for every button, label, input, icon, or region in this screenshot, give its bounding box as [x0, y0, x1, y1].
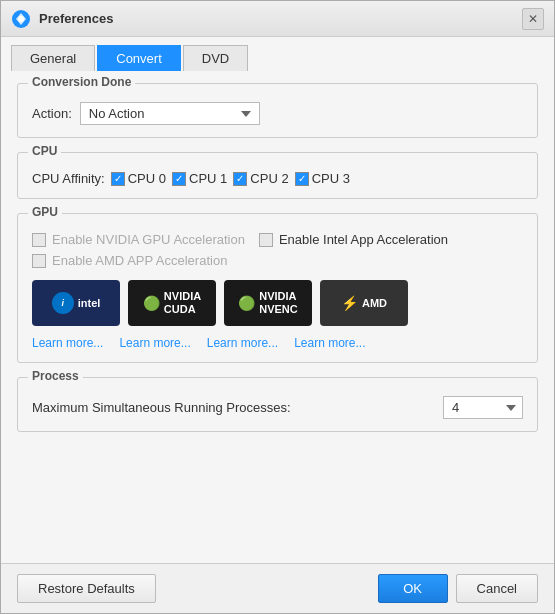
- cpu-3-checkbox[interactable]: ✓: [295, 172, 309, 186]
- cancel-button[interactable]: Cancel: [456, 574, 538, 603]
- intel-logo-icon: i: [52, 292, 74, 314]
- cuda-line1: NVIDIA: [164, 290, 201, 303]
- preferences-dialog: Preferences ✕ General Convert DVD Conver…: [0, 0, 555, 614]
- amd-logo-icon: ⚡: [341, 295, 358, 311]
- gpu-logos: i intel 🟢 NVIDIA CUDA: [32, 280, 523, 326]
- content-area: Conversion Done Action: No Action Shutdo…: [1, 71, 554, 563]
- action-dropdown[interactable]: No Action Shutdown Hibernate Exit: [80, 102, 260, 125]
- amd-app-checkbox[interactable]: [32, 254, 46, 268]
- cpu-2-label: CPU 2: [250, 171, 288, 186]
- cpu-3-item: ✓ CPU 3: [295, 171, 350, 186]
- footer: Restore Defaults OK Cancel: [1, 563, 554, 613]
- nvenc-line2: NVENC: [259, 303, 298, 316]
- intel-logo-inner: i intel: [52, 292, 101, 314]
- gpu-section: GPU Enable NVIDIA GPU Acceleration Enabl…: [17, 213, 538, 363]
- cpu-title: CPU: [28, 144, 61, 158]
- restore-defaults-button[interactable]: Restore Defaults: [17, 574, 156, 603]
- cpu-affinity-label: CPU Affinity:: [32, 171, 105, 186]
- tab-bar: General Convert DVD: [1, 37, 554, 71]
- ok-button[interactable]: OK: [378, 574, 448, 603]
- gpu-amd-row: Enable AMD APP Acceleration: [32, 253, 523, 268]
- tab-convert[interactable]: Convert: [97, 45, 181, 71]
- process-dropdown-wrap: 1 2 3 4 5 6 7 8: [443, 396, 523, 419]
- cpu-2-item: ✓ CPU 2: [233, 171, 288, 186]
- nvenc-logo-inner: 🟢 NVIDIA NVENC: [238, 290, 298, 316]
- learn-more-cuda[interactable]: Learn more...: [119, 336, 190, 350]
- amd-app-label: Enable AMD APP Acceleration: [52, 253, 227, 268]
- tab-dvd[interactable]: DVD: [183, 45, 248, 71]
- cuda-nvidia-leaf: 🟢: [143, 295, 160, 311]
- learn-more-intel[interactable]: Learn more...: [32, 336, 103, 350]
- tab-general[interactable]: General: [11, 45, 95, 71]
- footer-right: OK Cancel: [378, 574, 538, 603]
- cpu-section: CPU CPU Affinity: ✓ CPU 0 ✓ CPU 1 ✓ CPU …: [17, 152, 538, 199]
- close-button[interactable]: ✕: [522, 8, 544, 30]
- cpu-1-checkbox[interactable]: ✓: [172, 172, 186, 186]
- cuda-logo-box[interactable]: 🟢 NVIDIA CUDA: [128, 280, 216, 326]
- app-icon: [11, 9, 31, 29]
- cpu-3-label: CPU 3: [312, 171, 350, 186]
- cuda-logo-inner: 🟢 NVIDIA CUDA: [143, 290, 201, 316]
- process-row: Maximum Simultaneous Running Processes: …: [32, 396, 523, 419]
- cpu-0-label: CPU 0: [128, 171, 166, 186]
- conversion-done-title: Conversion Done: [28, 75, 135, 89]
- cpu-1-label: CPU 1: [189, 171, 227, 186]
- cpu-2-checkbox[interactable]: ✓: [233, 172, 247, 186]
- intel-app-label: Enable Intel App Acceleration: [279, 232, 448, 247]
- gpu-options: Enable NVIDIA GPU Acceleration Enable In…: [32, 232, 523, 268]
- process-section: Process Maximum Simultaneous Running Pro…: [17, 377, 538, 432]
- cpu-0-item: ✓ CPU 0: [111, 171, 166, 186]
- title-bar: Preferences ✕: [1, 1, 554, 37]
- cuda-text-block: NVIDIA CUDA: [164, 290, 201, 316]
- intel-logo-box[interactable]: i intel: [32, 280, 120, 326]
- intel-logo-text: intel: [78, 297, 101, 309]
- amd-logo-inner: ⚡ AMD: [341, 295, 387, 311]
- amd-logo-box[interactable]: ⚡ AMD: [320, 280, 408, 326]
- nvenc-nvidia-leaf: 🟢: [238, 295, 255, 311]
- nvidia-gpu-checkbox[interactable]: [32, 233, 46, 247]
- nvenc-logo-box[interactable]: 🟢 NVIDIA NVENC: [224, 280, 312, 326]
- cpu-1-item: ✓ CPU 1: [172, 171, 227, 186]
- action-label: Action:: [32, 106, 72, 121]
- title-bar-left: Preferences: [11, 9, 113, 29]
- gpu-title: GPU: [28, 205, 62, 219]
- nvidia-gpu-label: Enable NVIDIA GPU Acceleration: [52, 232, 245, 247]
- process-title: Process: [28, 369, 83, 383]
- action-row: Action: No Action Shutdown Hibernate Exi…: [32, 102, 523, 125]
- svg-point-1: [18, 16, 24, 22]
- cpu-affinity-row: CPU Affinity: ✓ CPU 0 ✓ CPU 1 ✓ CPU 2 ✓ …: [32, 171, 523, 186]
- dialog-title: Preferences: [39, 11, 113, 26]
- cpu-0-checkbox[interactable]: ✓: [111, 172, 125, 186]
- learn-more-nvenc[interactable]: Learn more...: [207, 336, 278, 350]
- nvenc-text-block: NVIDIA NVENC: [259, 290, 298, 316]
- learn-more-row: Learn more... Learn more... Learn more..…: [32, 336, 523, 350]
- nvenc-line1: NVIDIA: [259, 290, 298, 303]
- process-label: Maximum Simultaneous Running Processes:: [32, 400, 291, 415]
- cuda-line2: CUDA: [164, 303, 201, 316]
- process-dropdown[interactable]: 1 2 3 4 5 6 7 8: [443, 396, 523, 419]
- intel-app-checkbox[interactable]: [259, 233, 273, 247]
- amd-logo-text: AMD: [362, 297, 387, 309]
- gpu-nvidia-row: Enable NVIDIA GPU Acceleration Enable In…: [32, 232, 523, 247]
- learn-more-amd[interactable]: Learn more...: [294, 336, 365, 350]
- conversion-done-section: Conversion Done Action: No Action Shutdo…: [17, 83, 538, 138]
